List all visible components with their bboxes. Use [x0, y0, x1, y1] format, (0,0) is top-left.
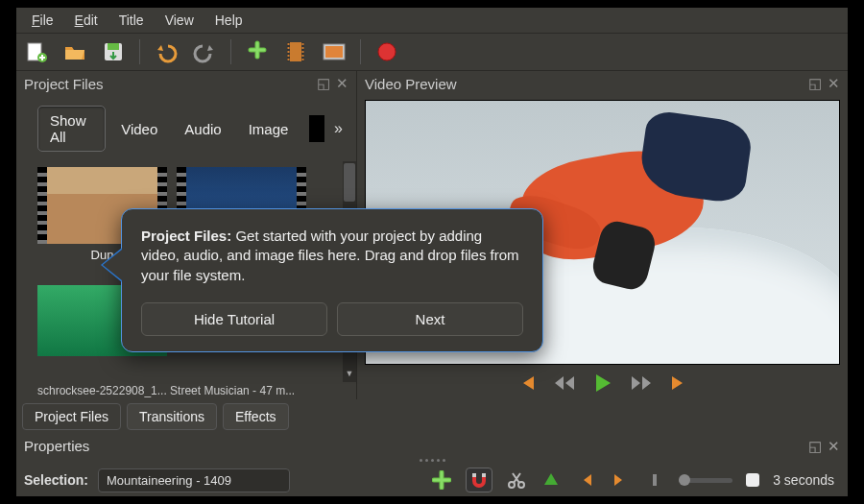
selection-dropdown[interactable]: Mountaineering - 1409 [98, 468, 290, 492]
svg-rect-25 [653, 474, 657, 486]
svg-rect-12 [302, 43, 304, 45]
tutorial-text: Project Files: Get started with your pro… [141, 227, 523, 285]
menu-view[interactable]: View [156, 10, 204, 31]
import-files-icon[interactable] [245, 39, 270, 64]
play-icon[interactable] [593, 372, 612, 394]
bottom-bar: Selection: Mountaineering - 1409 3 secon… [16, 464, 848, 496]
zoom-readout-icon [746, 473, 759, 487]
prev-marker-icon[interactable] [575, 469, 596, 491]
marker-icon[interactable] [540, 469, 562, 491]
svg-rect-10 [288, 55, 290, 57]
selection-label: Selection: [24, 472, 88, 488]
video-preview-title: Video Preview [365, 76, 457, 92]
svg-rect-11 [288, 59, 290, 60]
filter-image[interactable]: Image [237, 115, 300, 143]
svg-rect-18 [325, 46, 343, 58]
panel-detach-icon[interactable]: ◱ [808, 438, 822, 455]
panel-close-icon[interactable]: ✕ [828, 438, 840, 455]
panel-detach-icon[interactable]: ◱ [808, 75, 822, 92]
filter-show-all[interactable]: Show All [37, 106, 106, 152]
tab-project-files[interactable]: Project Files [22, 403, 121, 430]
panel-close-icon[interactable]: ✕ [828, 75, 840, 92]
redo-icon[interactable] [192, 39, 217, 64]
tab-transitions[interactable]: Transitions [127, 403, 217, 430]
rewind-icon[interactable] [553, 373, 576, 393]
svg-rect-13 [302, 47, 304, 49]
save-project-icon[interactable] [101, 39, 126, 64]
menu-file[interactable]: File [22, 10, 63, 31]
timeline-tools: 3 seconds [431, 468, 840, 492]
razor-icon[interactable] [506, 469, 527, 491]
filter-more-icon[interactable]: » [328, 120, 348, 137]
center-playhead-icon[interactable] [644, 469, 665, 491]
menu-help[interactable]: Help [205, 10, 252, 31]
svg-rect-7 [288, 43, 290, 45]
export-icon[interactable] [374, 39, 399, 64]
zoom-slider[interactable] [679, 478, 732, 483]
properties-title: Properties [24, 438, 89, 455]
svg-rect-3 [108, 43, 119, 50]
menubar: File Edit Title View Help [16, 8, 848, 34]
svg-rect-21 [472, 473, 476, 477]
filter-video[interactable]: Video [109, 115, 169, 143]
svg-rect-22 [482, 473, 486, 477]
file-name-strip: schrocksee-2522908_1... Street Musician … [16, 382, 356, 399]
main-toolbar [16, 34, 848, 71]
svg-rect-8 [288, 47, 290, 49]
profile-icon[interactable] [322, 39, 347, 64]
film-icon[interactable] [283, 39, 308, 64]
svg-rect-15 [302, 55, 304, 57]
new-project-icon[interactable] [24, 39, 49, 64]
svg-rect-9 [288, 51, 290, 53]
properties-header: Properties ◱ ✕ [16, 434, 848, 459]
svg-rect-14 [302, 51, 304, 53]
transport-controls [357, 365, 848, 399]
menu-edit[interactable]: Edit [65, 10, 108, 31]
open-project-icon[interactable] [62, 39, 87, 64]
panel-close-icon[interactable]: ✕ [336, 75, 348, 92]
hide-tutorial-button[interactable]: Hide Tutorial [141, 302, 327, 336]
project-files-title: Project Files [24, 76, 104, 92]
add-track-icon[interactable] [431, 469, 452, 491]
tab-effects[interactable]: Effects [223, 403, 289, 430]
jump-start-icon[interactable] [516, 373, 536, 393]
menu-title[interactable]: Title [109, 10, 154, 31]
filter-audio[interactable]: Audio [173, 115, 232, 143]
svg-rect-16 [302, 59, 304, 60]
fast-forward-icon[interactable] [630, 373, 653, 393]
next-marker-icon[interactable] [610, 469, 631, 491]
jump-end-icon[interactable] [670, 373, 689, 393]
zoom-readout: 3 seconds [773, 472, 834, 488]
tutorial-popover: Project Files: Get started with your pro… [121, 208, 543, 352]
next-tutorial-button[interactable]: Next [337, 302, 523, 336]
filter-common-icon[interactable] [309, 115, 324, 142]
lower-tabs: Project Files Transitions Effects [16, 399, 848, 434]
undo-icon[interactable] [154, 39, 179, 64]
snap-toggle-icon[interactable] [466, 468, 492, 492]
popover-arrow-icon [101, 248, 122, 282]
filter-row: Show All Video Audio Image » [16, 96, 356, 161]
panel-detach-icon[interactable]: ◱ [317, 75, 330, 92]
